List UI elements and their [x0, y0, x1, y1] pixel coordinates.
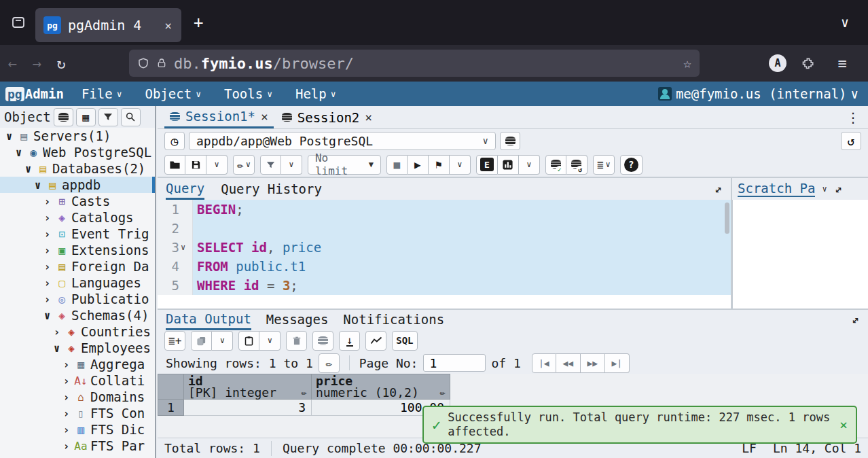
extensions-puzzle-icon[interactable]	[801, 56, 815, 70]
column-header-id[interactable]: id [PK] integer✏	[184, 374, 312, 400]
execute-options-button[interactable]: ⚑	[429, 155, 450, 175]
explain-button[interactable]: E	[476, 155, 498, 175]
chevron-down-icon[interactable]: ∨	[23, 162, 33, 175]
tab-session2[interactable]: Session2 ×	[276, 106, 378, 128]
chevron-right-icon[interactable]: ›	[61, 423, 71, 436]
tree-item-casts[interactable]: ›⊞Casts	[0, 193, 155, 209]
menu-help[interactable]: Help∨	[295, 86, 336, 101]
paste-button[interactable]	[238, 331, 259, 351]
tree-item-foreign-data[interactable]: ›▤Foreign Da	[0, 258, 155, 275]
rollback-button[interactable]: ↺	[566, 155, 587, 175]
cancel-query-button[interactable]: ■	[386, 155, 408, 175]
tree-item-schemas[interactable]: ∨◈Schemas(4)	[0, 307, 155, 323]
macros-button[interactable]: ≣∨	[593, 155, 615, 175]
history-clock-icon[interactable]: ◷	[164, 132, 185, 150]
list-all-tabs-icon[interactable]: ∨	[841, 14, 849, 31]
maximize-icon[interactable]: ↔	[710, 181, 725, 197]
last-page-button[interactable]: ▶|	[605, 353, 630, 373]
bookmark-star-icon[interactable]: ☆	[683, 55, 691, 71]
browser-tab[interactable]: pg pgAdmin 4 ×	[35, 8, 181, 42]
open-file-button[interactable]	[164, 155, 185, 175]
filter-icon[interactable]	[98, 108, 118, 126]
paste-chevron-icon[interactable]: ∨	[259, 331, 281, 351]
reload-icon[interactable]: ↻	[49, 55, 73, 72]
tree-item-aggregates[interactable]: ›▦Aggrega	[0, 356, 155, 372]
chevron-down-icon[interactable]: ∨	[52, 342, 62, 355]
reset-layout-icon[interactable]: ↺	[841, 132, 861, 150]
maximize-icon[interactable]: ↔	[830, 181, 846, 197]
download-button[interactable]: ↓	[339, 331, 360, 351]
shield-icon[interactable]	[137, 57, 149, 69]
chevron-right-icon[interactable]: ›	[61, 374, 71, 387]
scratch-pad-title[interactable]: Scratch Pa	[738, 181, 815, 197]
save-options-chevron-icon[interactable]: ∨	[206, 155, 228, 175]
chevron-right-icon[interactable]: ›	[61, 456, 71, 458]
tree-item-servers[interactable]: ∨▤Servers(1)	[0, 128, 155, 144]
save-data-changes-button[interactable]	[312, 331, 333, 351]
tree-item-countries[interactable]: ›◈Countries	[0, 323, 155, 340]
pgadmin-logo[interactable]: pg Admin	[5, 86, 64, 101]
tab-query-history[interactable]: Query History	[221, 179, 322, 200]
hamburger-menu-icon[interactable]: ≡	[830, 55, 854, 72]
column-header-price[interactable]: price numeric (10,2)✏	[312, 374, 450, 400]
editor-scrollbar[interactable]	[725, 202, 729, 234]
prev-page-button[interactable]: ◀◀	[556, 353, 581, 373]
row-number-cell[interactable]: 1	[158, 400, 184, 416]
firefox-view-icon[interactable]	[8, 14, 29, 31]
url-bar[interactable]: db.fymio.us/browser/ ☆	[129, 50, 700, 77]
chevron-right-icon[interactable]: ›	[42, 228, 52, 241]
new-tab-button[interactable]: +	[194, 13, 203, 32]
tab-close-icon[interactable]: ×	[163, 18, 173, 33]
editor-line[interactable]: 3∨SELECT id, price	[158, 238, 731, 257]
first-page-button[interactable]: |◀	[532, 353, 556, 373]
copy-button[interactable]	[191, 331, 212, 351]
tree-item-languages[interactable]: ›▢Languages	[0, 275, 155, 291]
back-icon[interactable]: ←	[0, 55, 24, 72]
tab-data-output[interactable]: Data Output	[166, 309, 251, 330]
edit-button[interactable]: ✏∨	[233, 155, 255, 175]
scratch-pad-editor[interactable]	[732, 200, 868, 309]
chevron-down-icon[interactable]: ∨	[822, 184, 827, 194]
user-menu[interactable]: me@fymio.us (internal) ∨	[658, 86, 858, 101]
tree-item-employees[interactable]: ∨◈Employees	[0, 340, 155, 356]
tree-item-domains[interactable]: ›⌂Domains	[0, 389, 155, 405]
forward-icon[interactable]: →	[24, 55, 49, 72]
editor-line[interactable]: 4FROM public.t1	[158, 257, 731, 276]
maximize-icon[interactable]: ↔	[847, 312, 863, 328]
chevron-right-icon[interactable]: ›	[52, 325, 62, 338]
add-row-button[interactable]: ≣+	[164, 331, 185, 351]
kebab-menu-icon[interactable]: ⋮	[846, 109, 860, 126]
sql-editor[interactable]: 1BEGIN;23∨SELECT id, price4FROM public.t…	[158, 200, 731, 309]
edit-range-button[interactable]: ✏	[319, 353, 340, 373]
corner-header[interactable]	[158, 374, 184, 400]
tab-query[interactable]: Query	[166, 179, 204, 200]
tree-item-partial[interactable]: ›▢	[0, 454, 155, 458]
chevron-down-icon[interactable]: ∨	[14, 146, 24, 159]
chevron-right-icon[interactable]: ›	[42, 211, 52, 224]
editor-line[interactable]: 2	[158, 219, 731, 238]
filter-button[interactable]	[260, 155, 281, 175]
chevron-right-icon[interactable]: ›	[42, 293, 52, 306]
menu-object[interactable]: Object∨	[145, 86, 200, 101]
database-icon[interactable]	[54, 108, 73, 126]
delete-row-button[interactable]	[286, 331, 307, 351]
chevron-down-icon[interactable]: ∨	[42, 309, 52, 322]
editor-line[interactable]: 5WHERE id = 3;	[158, 276, 731, 295]
chevron-right-icon[interactable]: ›	[42, 244, 52, 257]
chevron-right-icon[interactable]: ›	[61, 391, 71, 404]
account-icon[interactable]: A	[769, 54, 786, 72]
editor-line[interactable]: 1BEGIN;	[158, 200, 731, 219]
toast-close-icon[interactable]: ×	[839, 417, 848, 433]
execute-chevron-icon[interactable]: ∨	[450, 155, 471, 175]
tree-item-event-triggers[interactable]: ›⊡Event Trig	[0, 226, 155, 242]
close-icon[interactable]: ×	[261, 109, 268, 124]
chevron-right-icon[interactable]: ›	[61, 440, 71, 453]
edit-column-icon[interactable]: ✏	[302, 387, 307, 398]
tree-item-extensions[interactable]: ›▣Extensions	[0, 242, 155, 258]
tree-item-fts-parsers[interactable]: ›AaFTS Par	[0, 438, 155, 454]
tree-item-appdb[interactable]: ∨▤appdb	[0, 177, 155, 193]
copy-chevron-icon[interactable]: ∨	[212, 331, 233, 351]
tree-item-databases[interactable]: ∨▤Databases(2)	[0, 160, 155, 177]
fold-marker-icon[interactable]: ∨	[181, 243, 189, 252]
explain-chevron-icon[interactable]: ∨	[519, 155, 540, 175]
